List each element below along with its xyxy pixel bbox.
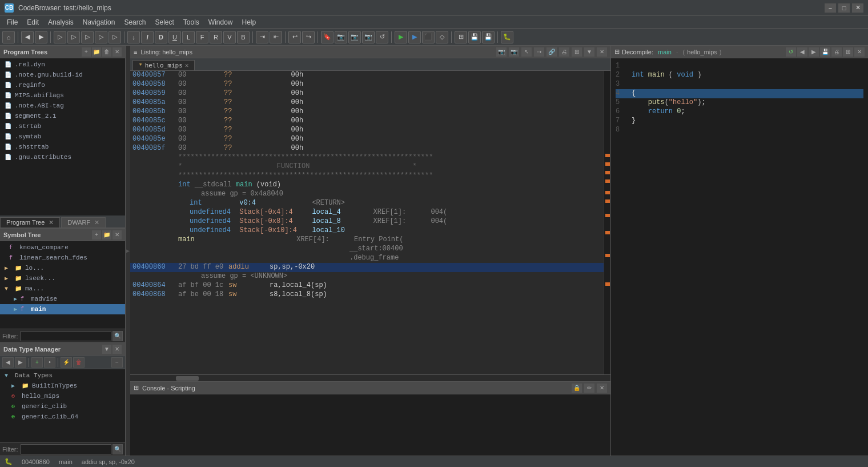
- tree-item-strtab[interactable]: 📄 .strtab: [0, 121, 125, 131]
- listing-link-btn[interactable]: 🔗: [546, 47, 557, 57]
- tb-btn-3[interactable]: ▷: [81, 31, 94, 43]
- dtm-data-types[interactable]: ▼ Data Types: [0, 370, 125, 381]
- dtm-generic-clib-64[interactable]: ⊕ generic_clib_64: [0, 412, 125, 422]
- console-lock-btn[interactable]: 🔒: [572, 384, 582, 393]
- menu-analysis[interactable]: Analysis: [43, 17, 78, 27]
- tb-f-button[interactable]: F: [196, 31, 208, 43]
- decompiler-refresh-btn[interactable]: ↺: [786, 47, 796, 57]
- tb-diamond-button[interactable]: ◇: [436, 31, 448, 43]
- symbol-main[interactable]: ▶ f main: [0, 304, 125, 314]
- tb-camera3-button[interactable]: 📷: [362, 31, 375, 43]
- dtm-expand-btn[interactable]: ▼: [102, 345, 111, 354]
- listing-scrollbar-h[interactable]: [130, 374, 610, 381]
- h-scroll-thumb[interactable]: [176, 376, 199, 381]
- tb-camera2-button[interactable]: 📷: [348, 31, 361, 43]
- menu-navigation[interactable]: Navigation: [78, 17, 120, 27]
- tree-item-segment[interactable]: 📄 segment_2.1: [0, 111, 125, 121]
- program-trees-delete-btn[interactable]: 🗑: [102, 47, 111, 57]
- listing-code-area[interactable]: 00400857 00 ?? 00h 00400858 00 ?? 00h: [130, 71, 604, 374]
- dtm-new-btn[interactable]: •: [44, 357, 55, 368]
- menu-search[interactable]: Search: [119, 17, 150, 27]
- tb-run2-button[interactable]: ▶: [408, 31, 421, 43]
- tree-item-reginfo[interactable]: 📄 .reginfo: [0, 80, 125, 90]
- dtm-close-btn[interactable]: ✕: [112, 345, 122, 354]
- menu-edit[interactable]: Edit: [22, 17, 43, 27]
- dtm-builtin-types[interactable]: ▶ 📁 BuiltInTypes: [0, 381, 125, 391]
- tab-dwarf-close[interactable]: ✕: [94, 219, 99, 226]
- tb-arrow-down-button[interactable]: ↓: [127, 31, 140, 43]
- console-close-btn[interactable]: ✕: [597, 384, 607, 393]
- tb-stop-button[interactable]: ⬛: [422, 31, 435, 43]
- tb-d-button[interactable]: D: [155, 31, 167, 43]
- tree-item-rel-dyn[interactable]: 📄 .rel.dyn: [0, 59, 125, 70]
- symbol-tree-close-btn[interactable]: ✕: [112, 230, 122, 240]
- dtm-delete-btn[interactable]: 🗑: [73, 357, 85, 368]
- tree-item-note-abi[interactable]: 📄 .note.ABI-tag: [0, 101, 125, 111]
- tb-save2-button[interactable]: 💾: [482, 31, 495, 43]
- menu-help[interactable]: Help: [238, 17, 261, 27]
- maximize-button[interactable]: □: [838, 3, 850, 13]
- tb-run-button[interactable]: ▶: [395, 31, 407, 43]
- tree-item-note-gnu[interactable]: 📄 .note.gnu.build-id: [0, 70, 125, 80]
- tb-r-button[interactable]: R: [210, 31, 222, 43]
- tb-i-button[interactable]: I: [141, 31, 154, 43]
- tb-v-button[interactable]: V: [223, 31, 236, 43]
- minimize-button[interactable]: −: [825, 3, 836, 13]
- tb-undo-button[interactable]: ↩: [288, 31, 301, 43]
- tb-redo-button[interactable]: ↪: [302, 31, 315, 43]
- tab-program-tree-close[interactable]: ✕: [49, 219, 54, 226]
- tb-forward-button[interactable]: ▶: [35, 31, 47, 43]
- tree-item-symtab[interactable]: 📄 .symtab: [0, 131, 125, 142]
- listing-dropdown-btn[interactable]: ▼: [584, 47, 594, 57]
- symbol-lo[interactable]: ▶ 📁 lo...: [0, 263, 125, 273]
- tb-refresh-button[interactable]: ↺: [376, 31, 388, 43]
- dtm-filter-btn[interactable]: 🔍: [112, 444, 123, 454]
- tb-btn-5[interactable]: ▷: [108, 31, 121, 43]
- program-trees-open-btn[interactable]: 📁: [92, 47, 101, 57]
- decompiler-save-btn[interactable]: 💾: [820, 47, 830, 57]
- close-button[interactable]: ✕: [852, 3, 863, 13]
- listing-print-btn[interactable]: 🖨: [559, 47, 569, 57]
- menu-select[interactable]: Select: [150, 17, 178, 27]
- tb-back-button[interactable]: ◀: [21, 31, 34, 43]
- tb-b-button[interactable]: B: [237, 31, 250, 43]
- tb-u-button[interactable]: U: [168, 31, 181, 43]
- listing-cursor-btn[interactable]: ↖: [521, 47, 532, 57]
- dtm-minus-btn[interactable]: −: [111, 357, 123, 368]
- tab-program-tree[interactable]: Program Tree ✕: [0, 217, 60, 227]
- tb-bookmark-button[interactable]: 🔖: [321, 31, 333, 43]
- console-edit-btn[interactable]: ✏: [584, 384, 594, 393]
- tb-bug-button[interactable]: 🐛: [501, 31, 513, 43]
- tree-item-mips[interactable]: 📄 MIPS.abiflags: [0, 90, 125, 101]
- left-splitter[interactable]: ▶: [126, 46, 130, 456]
- tb-home-button[interactable]: ⌂: [2, 31, 15, 43]
- decompiler-forward-btn[interactable]: ▶: [809, 47, 819, 57]
- menu-window[interactable]: Window: [204, 17, 238, 27]
- tree-item-gnu-attr[interactable]: 📄 .gnu.attributes: [0, 152, 125, 162]
- symbol-madvise[interactable]: ▶ f madvise: [0, 294, 125, 304]
- tb-export-button[interactable]: ⇤: [270, 31, 282, 43]
- tb-btn-2[interactable]: ▷: [67, 31, 80, 43]
- tb-screenshot-button[interactable]: 📷: [335, 31, 347, 43]
- listing-tab-hello-mips[interactable]: * hello_mips ✕: [132, 60, 195, 70]
- symbol-lseek[interactable]: ▶ 📁 lseek...: [0, 273, 125, 284]
- tree-item-shstrtab[interactable]: 📄 .shstrtab: [0, 142, 125, 152]
- symbol-ma[interactable]: ▼ 📁 ma...: [0, 284, 125, 294]
- decompiler-back-btn[interactable]: ◀: [797, 47, 807, 57]
- dtm-generic-clib[interactable]: ⊕ generic_clib: [0, 401, 125, 412]
- listing-close-btn[interactable]: ✕: [597, 47, 607, 57]
- program-trees-close-btn[interactable]: ✕: [112, 47, 122, 57]
- symbol-tree-create-btn[interactable]: +: [92, 230, 101, 240]
- dtm-filter-input[interactable]: [21, 444, 112, 454]
- symbol-known-compare[interactable]: f known_compare: [0, 242, 125, 253]
- decompiler-expand-btn[interactable]: ⊞: [843, 47, 853, 57]
- symbol-linear-search[interactable]: f linear_search_fdes: [0, 253, 125, 263]
- listing-view-btn[interactable]: ⊞: [572, 47, 582, 57]
- tb-import-button[interactable]: ⇥: [256, 31, 268, 43]
- tb-btn-1[interactable]: ▷: [54, 31, 66, 43]
- symbol-tree-filter-input[interactable]: [21, 331, 112, 341]
- listing-tab-close[interactable]: ✕: [185, 62, 189, 69]
- tb-layout-button[interactable]: ⊞: [455, 31, 467, 43]
- dtm-hello-mips[interactable]: ⊕ hello_mips: [0, 391, 125, 401]
- menu-tools[interactable]: Tools: [179, 17, 204, 27]
